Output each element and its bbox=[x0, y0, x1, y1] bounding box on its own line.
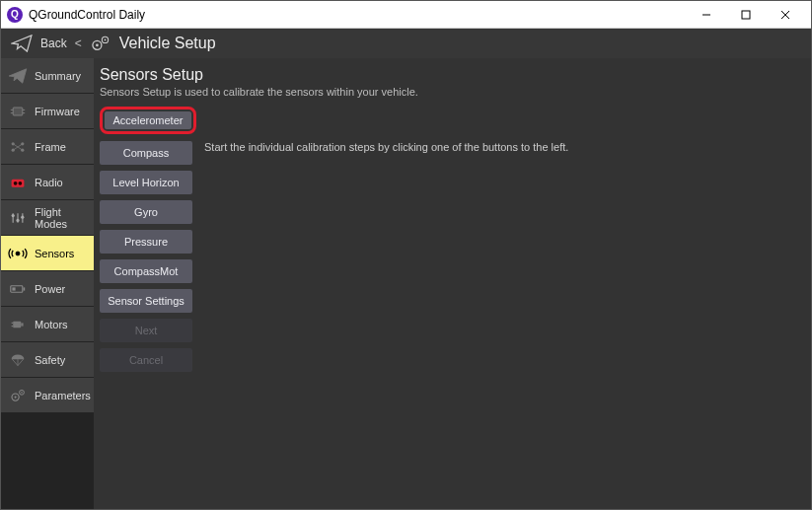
page-subtitle: Sensors Setup is used to calibrate the s… bbox=[100, 86, 799, 98]
svg-point-25 bbox=[12, 214, 15, 217]
svg-line-38 bbox=[18, 359, 24, 365]
cancel-button: Cancel bbox=[100, 348, 192, 372]
next-button: Next bbox=[100, 319, 192, 342]
instructions-text: Start the individual calibration steps b… bbox=[200, 141, 799, 372]
svg-rect-8 bbox=[13, 108, 23, 115]
sidebar-item-safety[interactable]: Safety bbox=[1, 342, 94, 378]
sidebar-item-sensors[interactable]: Sensors bbox=[1, 236, 94, 271]
sensors-icon bbox=[7, 243, 29, 264]
back-button[interactable]: Back bbox=[40, 36, 67, 50]
radio-icon bbox=[7, 172, 29, 193]
window-controls bbox=[687, 1, 805, 29]
svg-point-21 bbox=[19, 181, 23, 184]
svg-point-20 bbox=[14, 181, 18, 184]
level-horizon-button[interactable]: Level Horizon bbox=[100, 171, 192, 194]
sliders-icon bbox=[7, 207, 29, 229]
parachute-icon bbox=[7, 349, 29, 371]
svg-rect-32 bbox=[13, 321, 21, 327]
sidebar-item-label: Frame bbox=[35, 141, 66, 153]
sidebar-item-label: Firmware bbox=[35, 106, 80, 117]
close-button[interactable] bbox=[766, 1, 805, 29]
svg-rect-19 bbox=[12, 179, 25, 186]
highlight-row: Accelerometer bbox=[100, 108, 799, 133]
back-chevron: < bbox=[75, 36, 82, 50]
maximize-button[interactable] bbox=[726, 1, 766, 29]
svg-rect-30 bbox=[24, 287, 26, 290]
sidebar: Summary Firmware Frame Radio bbox=[1, 58, 94, 509]
paper-plane-icon bbox=[7, 65, 29, 87]
highlight-bar bbox=[193, 111, 799, 129]
compass-mot-button[interactable]: CompassMot bbox=[100, 259, 192, 283]
header-title: Vehicle Setup bbox=[119, 35, 216, 52]
svg-rect-33 bbox=[21, 323, 23, 326]
sidebar-item-label: Summary bbox=[35, 70, 81, 82]
content-area: Sensors Setup Sensors Setup is used to c… bbox=[94, 58, 811, 509]
frame-icon bbox=[7, 136, 29, 158]
svg-rect-1 bbox=[742, 11, 750, 19]
app-icon: Q bbox=[7, 7, 23, 23]
svg-line-36 bbox=[12, 359, 18, 365]
app-body: Summary Firmware Frame Radio bbox=[1, 58, 811, 509]
titlebar: Q QGroundControl Daily bbox=[1, 1, 811, 29]
battery-icon bbox=[7, 278, 29, 300]
sidebar-item-label: Radio bbox=[35, 177, 63, 188]
compass-button[interactable]: Compass bbox=[100, 141, 192, 165]
gears-icon bbox=[7, 385, 29, 406]
sidebar-item-flight-modes[interactable]: Flight Modes bbox=[1, 200, 94, 236]
svg-point-26 bbox=[16, 218, 19, 221]
svg-point-28 bbox=[16, 252, 20, 255]
sidebar-item-frame[interactable]: Frame bbox=[1, 129, 94, 165]
sensor-settings-button[interactable]: Sensor Settings bbox=[100, 289, 192, 313]
sidebar-item-firmware[interactable]: Firmware bbox=[1, 94, 94, 129]
sidebar-item-label: Motors bbox=[35, 319, 68, 330]
gears-icon[interactable] bbox=[90, 35, 111, 52]
sidebar-item-motors[interactable]: Motors bbox=[1, 307, 94, 342]
sidebar-item-label: Sensors bbox=[35, 248, 74, 259]
window-title: QGroundControl Daily bbox=[29, 8, 687, 22]
paper-plane-icon[interactable] bbox=[11, 35, 33, 52]
highlight-box: Accelerometer bbox=[100, 107, 196, 134]
svg-point-40 bbox=[15, 396, 17, 398]
sidebar-item-label: Flight Modes bbox=[35, 206, 88, 230]
svg-point-27 bbox=[21, 215, 24, 218]
sidebar-item-parameters[interactable]: Parameters bbox=[1, 378, 94, 413]
svg-rect-31 bbox=[12, 287, 15, 290]
svg-point-5 bbox=[96, 43, 99, 46]
page-title: Sensors Setup bbox=[100, 66, 799, 84]
header-bar: Back < Vehicle Setup bbox=[1, 29, 811, 58]
sidebar-item-label: Safety bbox=[35, 354, 65, 366]
sidebar-item-label: Power bbox=[35, 283, 65, 295]
app-window: Q QGroundControl Daily Back < bbox=[0, 0, 812, 510]
sensor-row: Compass Level Horizon Gyro Pressure Comp… bbox=[100, 141, 799, 372]
minimize-button[interactable] bbox=[687, 1, 726, 29]
chip-icon bbox=[7, 101, 29, 122]
sidebar-item-radio[interactable]: Radio bbox=[1, 165, 94, 200]
accelerometer-button[interactable]: Accelerometer bbox=[105, 111, 191, 129]
sidebar-item-label: Parameters bbox=[35, 390, 91, 401]
motor-icon bbox=[7, 314, 29, 335]
sidebar-item-summary[interactable]: Summary bbox=[1, 58, 94, 94]
sidebar-item-power[interactable]: Power bbox=[1, 271, 94, 307]
gyro-button[interactable]: Gyro bbox=[100, 200, 192, 224]
pressure-button[interactable]: Pressure bbox=[100, 230, 192, 254]
svg-point-42 bbox=[21, 392, 22, 393]
sensor-button-column: Compass Level Horizon Gyro Pressure Comp… bbox=[100, 141, 192, 372]
svg-point-7 bbox=[104, 39, 106, 41]
